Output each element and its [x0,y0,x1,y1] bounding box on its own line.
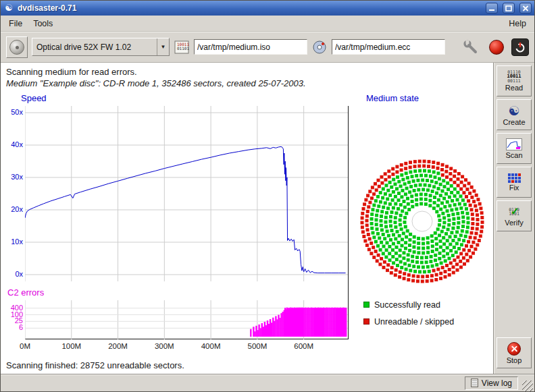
statusbar: View log [1,374,534,391]
ecc-path-input[interactable] [332,39,445,55]
c2-errors-plot [25,300,348,339]
preferences-button[interactable] [460,36,482,58]
x-axis-tick: 100M [58,342,85,351]
medium-state-disc [358,157,486,285]
status-lines: Scanning medium for read errors. Medium … [1,63,493,90]
maximize-button[interactable] [503,3,515,13]
create-icon: ☯ [508,104,519,117]
legend-item-good: Successfully read [363,296,454,313]
minimize-icon [488,5,495,11]
read-icon: 01110 10011 00111 [507,70,521,84]
x-axis-tick: 500M [244,342,271,351]
main-area: Scanning medium for read errors. Medium … [1,63,534,374]
svg-text:01101: 01101 [177,46,189,51]
medium-info: Medium "Example disc": CD-R mode 1, 3524… [6,78,493,89]
toolbar: Optical drive 52X FW 1.02 ▼ 1001101101 [1,32,534,63]
window-title: dvdisaster-0.71 [18,3,481,13]
menu-help[interactable]: Help [503,17,532,30]
scan-result: Scanning finished: 28752 unreadable sect… [1,360,493,374]
power-icon [514,41,526,53]
close-icon [522,5,529,11]
speed-plot [25,106,348,281]
verify-button[interactable]: 01101001 ✓ Verify [496,200,532,231]
view-log-label: View log [482,379,512,388]
menu-tools[interactable]: Tools [28,17,58,30]
menu-file[interactable]: File [3,17,28,30]
speed-axis-tick: 30x [2,173,23,181]
speed-axis-tick: 20x [2,205,23,214]
action-sidebar: 01110 10011 00111 Read ☯ Create Scan Fix [494,63,534,374]
speed-axis-tick: 0x [2,270,23,279]
medium-state-legend: Successfully read Unreadable / skipped [363,296,454,330]
titlebar[interactable]: ☯ dvdisaster-0.71 [1,1,534,16]
log-icon [471,379,478,387]
drive-icon [9,40,24,55]
drive-select[interactable]: Optical drive 52X FW 1.02 ▼ [32,38,170,56]
maximize-icon [505,5,512,11]
quit-button[interactable] [511,38,529,56]
verify-icon: 01101001 ✓ [506,206,522,218]
create-button[interactable]: ☯ Create [496,99,532,130]
x-axis-tick: 0M [11,342,39,351]
c2-chart-title: C2 errors [7,287,44,298]
scan-button[interactable]: Scan [496,133,532,164]
view-log-button[interactable]: View log [465,376,518,390]
status-action: Scanning medium for read errors. [6,66,493,78]
fix-icon [508,173,520,183]
dvdisaster-logo-icon [489,40,504,55]
app-window: ☯ dvdisaster-0.71 File Tools Help Optica… [0,0,535,392]
stop-icon [507,342,521,356]
medium-state-panel: Medium state Successfully read Unreadabl… [350,90,493,360]
content-area: Scanning medium for read errors. Medium … [1,63,494,374]
scan-icon [506,138,522,150]
close-button[interactable] [519,3,532,13]
speed-chart-title: Speed [21,93,47,103]
medium-state-title: Medium state [366,93,419,103]
plot-frame [25,106,349,339]
speed-axis-tick: 10x [2,237,23,246]
x-axis-tick: 300M [151,342,178,351]
legend-bad-label: Unreadable / skipped [374,317,454,327]
drive-info-button[interactable] [6,36,28,58]
ecc-file-icon [311,39,328,55]
legend-item-bad: Unreadable / skipped [363,313,454,330]
wrench-icon [463,39,479,55]
good-sector-swatch [363,302,370,308]
fix-button[interactable]: Fix [496,167,532,198]
minimize-button[interactable] [486,3,498,13]
resize-grip[interactable] [522,381,533,391]
chevron-down-icon: ▼ [157,38,169,55]
drive-select-value: Optical drive 52X FW 1.02 [32,43,157,52]
speed-axis-tick: 50x [2,108,23,117]
app-icon: ☯ [3,3,14,13]
c2-axis-tick: 6 [2,323,23,332]
x-axis-tick: 400M [197,342,224,351]
charts-row: Speed C2 errors 50x40x30x20x10x0x4001002… [1,90,493,360]
read-button[interactable]: 01110 10011 00111 Read [496,65,532,96]
bad-sector-swatch [363,318,370,325]
x-axis-tick: 600M [290,342,317,351]
iso-file-icon: 1001101101 [174,39,190,55]
iso-path-input[interactable] [194,39,307,55]
speed-and-errors-chart: Speed C2 errors 50x40x30x20x10x0x4001002… [1,90,350,360]
stop-button[interactable]: Stop [496,337,532,368]
legend-good-label: Successfully read [374,300,440,310]
speed-axis-tick: 40x [2,140,23,149]
menubar: File Tools Help [1,16,534,32]
x-axis-tick: 200M [105,342,132,351]
about-button[interactable] [486,36,507,58]
